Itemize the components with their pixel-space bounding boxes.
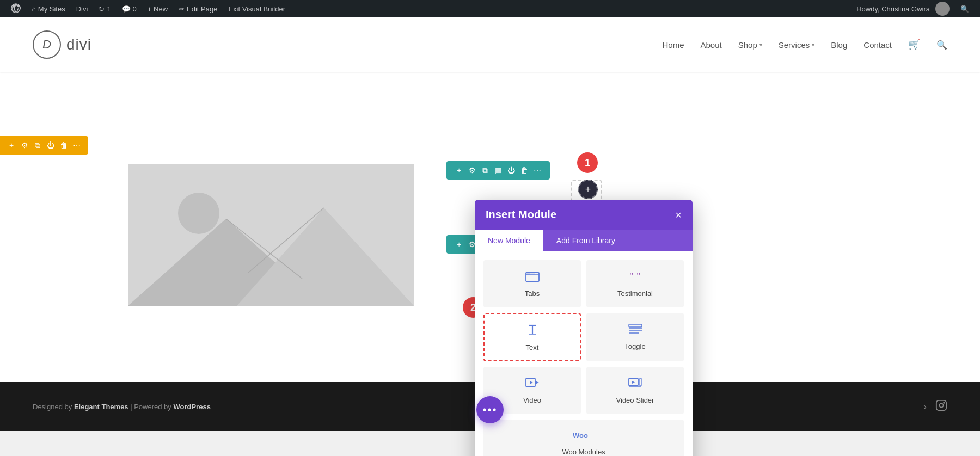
exit-builder-item[interactable]: Exit Visual Builder bbox=[223, 0, 291, 17]
tab-new-module[interactable]: New Module bbox=[475, 230, 543, 251]
section-toolbar: + ⚙ ⧉ ⏻ 🗑 ⋯ bbox=[0, 136, 88, 155]
nav-shop-label: Shop bbox=[738, 40, 757, 50]
updates-icon: ↻ bbox=[99, 5, 105, 13]
add-module-button[interactable]: + bbox=[578, 180, 598, 199]
svg-marker-24 bbox=[632, 381, 635, 384]
exit-builder-label: Exit Visual Builder bbox=[228, 5, 285, 13]
cart-icon[interactable]: 🛒 bbox=[908, 39, 920, 51]
toggle-icon bbox=[628, 323, 642, 338]
edit-icon: ✏ bbox=[179, 5, 185, 13]
section-more-button[interactable]: ⋯ bbox=[71, 139, 83, 151]
svg-rect-16 bbox=[629, 324, 642, 327]
woo-label: Woo Modules bbox=[562, 448, 605, 456]
avatar bbox=[935, 2, 950, 16]
section-delete-button[interactable]: 🗑 bbox=[58, 139, 70, 151]
nav-blog[interactable]: Blog bbox=[831, 40, 847, 50]
nav-about[interactable]: About bbox=[700, 40, 721, 50]
row-toolbar-1: + ⚙ ⧉ ▦ ⏻ 🗑 ⋯ bbox=[446, 161, 550, 180]
instagram-icon[interactable] bbox=[935, 399, 947, 414]
elegant-themes-link[interactable]: Elegant Themes bbox=[74, 403, 128, 411]
search-icon[interactable]: 🔍 bbox=[936, 40, 947, 50]
tab-add-from-library[interactable]: Add From Library bbox=[543, 230, 628, 251]
site-header: D divi Home About Shop ▾ Services ▾ Blog… bbox=[0, 17, 980, 72]
module-grid: Tabs " " Testimonial bbox=[483, 260, 684, 456]
comments-item[interactable]: 💬 0 bbox=[117, 0, 142, 17]
new-label: + New bbox=[148, 5, 168, 13]
video-icon bbox=[525, 377, 540, 392]
my-sites-label: My Sites bbox=[38, 5, 65, 13]
logo-letter: D bbox=[42, 38, 51, 52]
footer-separator: | Powered by bbox=[128, 403, 174, 411]
sites-icon: ⌂ bbox=[32, 5, 36, 13]
fab-dots: ••• bbox=[482, 404, 497, 416]
section-add-button[interactable]: + bbox=[5, 139, 17, 151]
wordpress-icon-item[interactable] bbox=[5, 0, 26, 17]
svg-marker-21 bbox=[535, 381, 539, 384]
comments-count: 0 bbox=[133, 5, 137, 13]
svg-text:": " bbox=[629, 271, 633, 282]
row1-delete-button[interactable]: 🗑 bbox=[518, 164, 530, 176]
nav-contact[interactable]: Contact bbox=[863, 40, 892, 50]
logo-text: divi bbox=[66, 36, 91, 53]
video-slider-icon bbox=[628, 377, 642, 392]
placeholder-inner bbox=[128, 164, 414, 306]
insert-module-dialog: Insert Module × New Module Add From Libr… bbox=[475, 200, 693, 456]
new-item[interactable]: + New bbox=[142, 0, 173, 17]
tabs-icon bbox=[525, 270, 540, 285]
module-item-text[interactable]: Text bbox=[483, 313, 581, 361]
svg-point-29 bbox=[939, 403, 943, 407]
nav-shop[interactable]: Shop ▾ bbox=[738, 40, 762, 50]
admin-bar: ⌂ My Sites Divi ↻ 1 💬 0 + New ✏ Edit Pag… bbox=[0, 0, 980, 17]
nav-home[interactable]: Home bbox=[662, 40, 684, 50]
row1-power-button[interactable]: ⏻ bbox=[505, 164, 517, 176]
footer-text: Designed by Elegant Themes | Powered by … bbox=[33, 403, 211, 411]
row1-add-button[interactable]: + bbox=[453, 164, 465, 176]
row1-duplicate-button[interactable]: ⧉ bbox=[479, 164, 491, 176]
nav-about-label: About bbox=[700, 40, 721, 50]
dialog-title: Insert Module bbox=[486, 208, 556, 221]
module-item-tabs[interactable]: Tabs bbox=[483, 260, 581, 307]
wordpress-link[interactable]: WordPress bbox=[173, 403, 210, 411]
howdy-item[interactable]: Howdy, Christina Gwira bbox=[851, 0, 955, 17]
divi-item[interactable]: Divi bbox=[71, 0, 94, 17]
module-item-video-slider[interactable]: Video Slider bbox=[586, 367, 684, 414]
logo-area[interactable]: D divi bbox=[33, 30, 91, 59]
tabs-label: Tabs bbox=[525, 289, 540, 298]
row1-grid-button[interactable]: ▦ bbox=[492, 164, 504, 176]
comments-icon: 💬 bbox=[122, 5, 131, 13]
my-sites-item[interactable]: ⌂ My Sites bbox=[26, 0, 71, 17]
page-content: + ⚙ ⧉ ⏻ 🗑 ⋯ + ⚙ ⧉ ▦ ⏻ 🗑 ⋯ + ⚙ 1 2 + bbox=[0, 72, 980, 382]
footer-social: › bbox=[923, 399, 947, 414]
module-item-woo[interactable]: Woo Woo Modules bbox=[483, 420, 684, 456]
dialog-close-button[interactable]: × bbox=[675, 209, 682, 220]
howdy-text: Howdy, Christina Gwira bbox=[856, 5, 930, 13]
row1-settings-button[interactable]: ⚙ bbox=[466, 164, 478, 176]
badge-1: 1 bbox=[577, 152, 598, 173]
edit-page-label: Edit Page bbox=[187, 5, 217, 13]
arrow-right-icon[interactable]: › bbox=[923, 401, 927, 412]
nav-blog-label: Blog bbox=[831, 40, 847, 50]
module-item-testimonial[interactable]: " " Testimonial bbox=[586, 260, 684, 307]
footer-prefix: Designed by bbox=[33, 403, 74, 411]
svg-point-30 bbox=[944, 402, 945, 403]
section-lock-button[interactable]: ⏻ bbox=[45, 139, 57, 151]
nav-home-label: Home bbox=[662, 40, 684, 50]
section-duplicate-button[interactable]: ⧉ bbox=[32, 139, 44, 151]
video-slider-label: Video Slider bbox=[616, 396, 654, 404]
updates-item[interactable]: ↻ 1 bbox=[93, 0, 116, 17]
nav-services[interactable]: Services ▾ bbox=[779, 40, 815, 50]
module-item-toggle[interactable]: Toggle bbox=[586, 313, 684, 361]
section-settings-button[interactable]: ⚙ bbox=[19, 139, 30, 151]
edit-page-item[interactable]: ✏ Edit Page bbox=[173, 0, 223, 17]
toggle-label: Toggle bbox=[624, 342, 645, 350]
row2-add-button[interactable]: + bbox=[453, 238, 465, 250]
services-arrow-icon: ▾ bbox=[812, 42, 814, 48]
bottom-fab-button[interactable]: ••• bbox=[476, 396, 504, 423]
dialog-header: Insert Module × bbox=[475, 200, 693, 230]
row1-more-button[interactable]: ⋯ bbox=[531, 164, 543, 176]
search-admin-item[interactable]: 🔍 bbox=[955, 0, 975, 17]
dialog-tabs: New Module Add From Library bbox=[475, 230, 693, 251]
logo-circle: D bbox=[33, 30, 61, 59]
testimonial-icon: " " bbox=[628, 270, 642, 285]
dialog-body: Tabs " " Testimonial bbox=[475, 251, 693, 456]
